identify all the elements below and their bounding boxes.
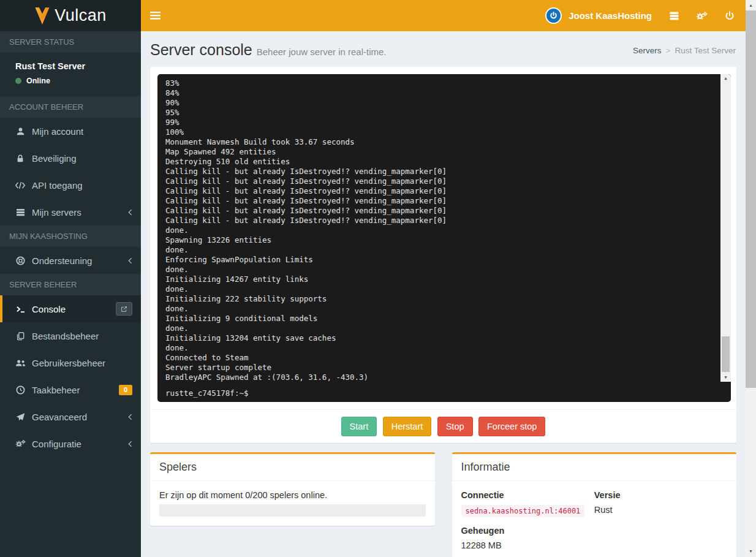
- sidebar-section-account: ACCOUNT BEHEER: [0, 96, 141, 118]
- console-line: Map Spawned 492 entities: [165, 147, 713, 157]
- console-terminal[interactable]: 83%84%90%95%99%100%Monument Navmesh Buil…: [157, 74, 731, 402]
- stop-button[interactable]: Stop: [437, 417, 473, 436]
- content-header: Server consoleBeheer jouw server in real…: [141, 31, 746, 67]
- sidebar-item-console[interactable]: Console: [0, 295, 141, 322]
- console-actions: Start Herstart Stop Forceer stop: [150, 409, 736, 443]
- sidebar-item-ondersteuning[interactable]: Ondersteuning: [0, 247, 141, 274]
- user-name: Joost KaasHosting: [569, 10, 652, 21]
- console-line: BradleyAPC Spawned at :(703.6, 31.6, -43…: [165, 373, 713, 382]
- version-value: Rust: [594, 505, 727, 515]
- sidebar-item-bestandsbeheer[interactable]: Bestandsbeheer: [0, 322, 141, 349]
- console-scrollbar[interactable]: ▲ ▼: [720, 74, 731, 382]
- restart-button[interactable]: Herstart: [383, 417, 432, 436]
- console-line: done.: [165, 225, 713, 235]
- sidebar-item-label: API toegang: [32, 180, 83, 191]
- console-line: Enforcing SpawnPopulation Limits: [165, 255, 713, 265]
- console-line: done.: [165, 304, 713, 314]
- chevron-left-icon: [128, 414, 132, 420]
- server-status-panel: Rust Test Server Online: [0, 53, 141, 96]
- version-label: Versie: [594, 490, 727, 500]
- info-cards-row: Spelers Er zijn op dit moment 0/200 spel…: [150, 452, 736, 557]
- console-line: Destroying 510 old entities: [165, 157, 713, 167]
- console-line: 99%: [165, 118, 713, 127]
- settings-button[interactable]: [688, 0, 716, 31]
- sidebar-item-geavanceerd[interactable]: Geavanceerd: [0, 403, 141, 430]
- sidebar-item-beveiliging[interactable]: Beveiliging: [0, 145, 141, 172]
- memory-field: Geheugen 12288 MB: [461, 526, 594, 550]
- servers-menu-button[interactable]: [660, 0, 688, 31]
- gears-icon: [14, 439, 26, 448]
- scroll-down-arrow-icon[interactable]: ▼: [746, 547, 756, 556]
- chevron-left-icon: [128, 209, 132, 216]
- server-list-icon: [669, 11, 679, 21]
- lock-icon: [14, 154, 26, 163]
- console-line: Calling kill - but already IsDestroyed!?…: [165, 167, 713, 176]
- clock-icon: [14, 385, 26, 395]
- console-popout-button[interactable]: [116, 302, 132, 316]
- console-line: Calling kill - but already IsDestroyed!?…: [165, 206, 713, 216]
- console-line: 95%: [165, 108, 713, 118]
- console-line: Server startup complete: [165, 363, 713, 373]
- page-scrollbar[interactable]: ▲ ▼: [746, 0, 756, 557]
- force-stop-button[interactable]: Forceer stop: [478, 417, 545, 436]
- copy-files-icon: [14, 332, 26, 341]
- avatar: [545, 7, 562, 24]
- console-line: done.: [165, 265, 713, 275]
- console-line: Connected to Steam: [165, 353, 713, 363]
- server-list-icon: [14, 208, 26, 217]
- server-name: Rust Test Server: [15, 61, 132, 71]
- code-icon: [14, 181, 26, 189]
- sidebar-item-label: Configuratie: [32, 439, 81, 449]
- life-ring-icon: [14, 256, 26, 265]
- online-status-label: Online: [26, 77, 50, 85]
- breadcrumb-servers-link[interactable]: Servers: [633, 46, 662, 55]
- scroll-up-arrow-icon[interactable]: ▲: [746, 1, 756, 10]
- console-line: done.: [165, 245, 713, 255]
- console-scrollbar-thumb[interactable]: [722, 336, 730, 372]
- connection-label: Connectie: [461, 490, 594, 500]
- sidebar-item-taakbeheer[interactable]: Taakbeheer 0: [0, 376, 141, 403]
- memory-value: 12288 MB: [461, 540, 594, 550]
- console-line: Initializing 14267 entity links: [165, 275, 713, 284]
- console-line: done.: [165, 284, 713, 294]
- sidebar-item-configuratie[interactable]: Configuratie: [0, 430, 141, 457]
- information-card: Informatie Connectie sedna.kaashosting.n…: [452, 452, 737, 557]
- scroll-up-arrow-icon[interactable]: ▲: [720, 74, 731, 83]
- sidebar-item-mijn-servers[interactable]: Mijn servers: [0, 199, 141, 225]
- console-line: Initializing 222 stability supports: [165, 294, 713, 304]
- sidebar-toggle-button[interactable]: [141, 0, 169, 31]
- breadcrumb-current: Rust Test Server: [675, 46, 736, 55]
- console-line: 90%: [165, 98, 713, 108]
- sidebar-item-label: Ondersteuning: [32, 256, 92, 266]
- console-line: Calling kill - but already IsDestroyed!?…: [165, 216, 713, 225]
- console-line: Monument Navmesh Build took 33.67 second…: [165, 137, 713, 147]
- users-icon: [14, 359, 26, 367]
- breadcrumb: Servers>Rust Test Server: [633, 46, 736, 55]
- user-menu[interactable]: Joost KaasHosting: [537, 0, 660, 31]
- gears-icon: [696, 11, 708, 21]
- sidebar-item-label: Gebruikersbeheer: [32, 358, 105, 368]
- power-icon: [725, 11, 735, 21]
- terminal-icon: [14, 305, 26, 313]
- console-output: 83%84%90%95%99%100%Monument Navmesh Buil…: [157, 74, 731, 382]
- scroll-down-arrow-icon[interactable]: ▼: [720, 373, 731, 382]
- console-line: Calling kill - but already IsDestroyed!?…: [165, 176, 713, 186]
- console-line: 84%: [165, 88, 713, 98]
- start-button[interactable]: Start: [341, 417, 377, 436]
- vulcan-logo[interactable]: Vulcan: [0, 0, 141, 31]
- sidebar-item-gebruikersbeheer[interactable]: Gebruikersbeheer: [0, 349, 141, 376]
- sidebar-item-api-toegang[interactable]: API toegang: [0, 172, 141, 199]
- logout-button[interactable]: [716, 0, 743, 31]
- external-link-icon: [121, 306, 127, 313]
- sidebar-section-kaashosting: MIJN KAASHOSTING: [0, 225, 141, 247]
- console-line: Spawning 13226 entities: [165, 235, 713, 245]
- console-line: Calling kill - but already IsDestroyed!?…: [165, 186, 713, 196]
- sidebar-item-mijn-account[interactable]: Mijn account: [0, 118, 141, 145]
- connection-address: sedna.kaashosting.nl:46001: [461, 505, 585, 517]
- memory-label: Geheugen: [461, 526, 594, 536]
- page-scrollbar-thumb[interactable]: [746, 10, 756, 388]
- brand-name: Vulcan: [55, 6, 107, 25]
- console-prompt[interactable]: rustte_c745178f:~$: [157, 388, 731, 398]
- players-message: Er zijn op dit moment 0/200 spelers onli…: [159, 490, 426, 500]
- paper-plane-icon: [14, 412, 26, 422]
